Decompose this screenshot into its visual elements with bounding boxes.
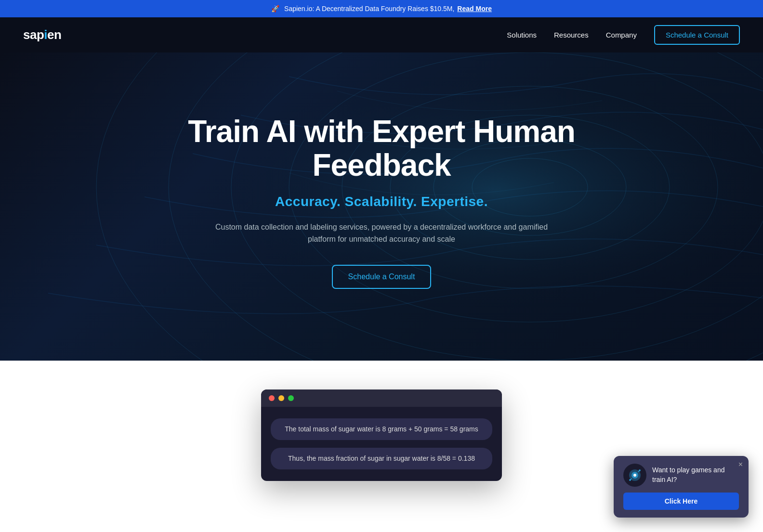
hero-section: Train AI with Expert Human Feedback Accu… (0, 52, 763, 361)
chat-popup-text: Want to play games and train AI? (652, 466, 739, 484)
nav-solutions[interactable]: Solutions (507, 31, 537, 39)
window-dot-red (269, 395, 275, 401)
nav-company[interactable]: Company (606, 31, 637, 39)
demo-window: The total mass of sugar water is 8 grams… (261, 389, 502, 481)
svg-point-11 (633, 474, 636, 477)
svg-point-13 (629, 479, 631, 481)
demo-message-2: Thus, the mass fraction of sugar in suga… (271, 448, 492, 469)
logo[interactable]: sapien (23, 27, 61, 42)
rocket-icon: 🚀 (271, 5, 279, 13)
window-titlebar (261, 389, 502, 407)
window-body: The total mass of sugar water is 8 grams… (261, 407, 502, 481)
announcement-bar: 🚀 Sapien.io: A Decentralized Data Foundr… (0, 0, 763, 17)
hero-content: Train AI with Expert Human Feedback Accu… (174, 115, 589, 289)
announcement-link[interactable]: Read More (457, 5, 492, 13)
hero-title: Train AI with Expert Human Feedback (174, 115, 589, 182)
chat-popup-header: Want to play games and train AI? (623, 464, 739, 487)
logo-accent: i (44, 27, 47, 42)
svg-point-12 (639, 469, 641, 471)
window-dot-yellow (278, 395, 284, 401)
schedule-consult-button-nav[interactable]: Schedule a Consult (654, 25, 740, 45)
chat-popup: × Want to play games and train AI? Click… (614, 456, 749, 518)
nav-resources[interactable]: Resources (554, 31, 589, 39)
click-here-button[interactable]: Click Here (623, 493, 739, 510)
chat-avatar-icon (628, 468, 642, 482)
hero-description: Custom data collection and labeling serv… (213, 221, 550, 246)
hero-subtitle: Accuracy. Scalability. Expertise. (174, 194, 589, 209)
window-dot-green (288, 395, 294, 401)
demo-message-1: The total mass of sugar water is 8 grams… (271, 418, 492, 440)
announcement-text: Sapien.io: A Decentralized Data Foundry … (284, 5, 454, 13)
navbar: sapien Solutions Resources Company Sched… (0, 17, 763, 52)
chat-close-button[interactable]: × (738, 461, 743, 468)
chat-avatar (623, 464, 646, 487)
schedule-consult-button-hero[interactable]: Schedule a Consult (332, 265, 432, 289)
nav-links: Solutions Resources Company Schedule a C… (507, 25, 740, 45)
